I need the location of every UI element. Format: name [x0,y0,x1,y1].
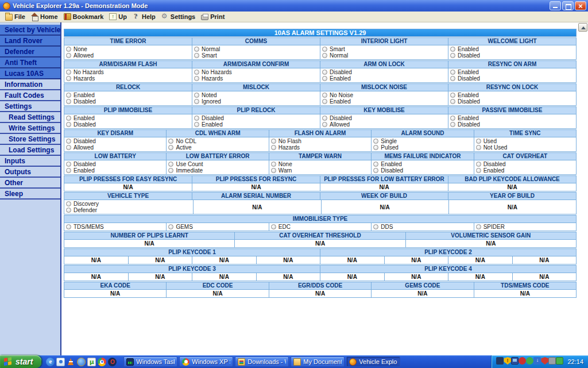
taskbar-button-vehicle-explorer[interactable]: Vehicle Explorer ... [346,356,400,367]
radio-button[interactable] [476,162,481,167]
toolbar-button-help[interactable]: Help [130,12,158,22]
radio-option-disabled[interactable]: Disabled [450,121,576,128]
radio-button[interactable] [66,201,71,206]
radio-button[interactable] [66,139,71,144]
radio-option-none[interactable]: None [66,46,192,52]
sidebar-item-sleep[interactable]: Sleep [0,189,60,200]
radio-option-dds[interactable]: DDS [373,224,393,230]
antivirus-tray-icon[interactable] [526,357,533,365]
radio-option-smart[interactable]: Smart [322,46,448,52]
radio-option-enabled[interactable]: Enabled [194,121,320,128]
toolbar-button-bookmark[interactable]: Bookmark [61,12,107,22]
vlc-icon[interactable] [67,358,75,366]
radio-button[interactable] [322,93,327,98]
sidebar-item-information[interactable]: Information [0,79,60,90]
firewall-tray-icon[interactable] [541,357,548,365]
radio-button[interactable] [322,47,327,52]
sidebar-item-inputs[interactable]: Inputs [0,156,60,167]
radio-option-warn[interactable]: Warn [271,167,371,174]
opera-icon[interactable] [108,358,117,366]
radio-button[interactable] [271,168,276,173]
radio-option-no-hazards[interactable]: No Hazards [66,69,192,75]
radio-button[interactable] [322,53,327,58]
radio-button[interactable] [450,122,455,127]
radio-option-noted[interactable]: Noted [194,92,320,98]
sidebar-item-store-settings[interactable]: Store Settings [0,134,60,145]
radio-option-allowed[interactable]: Allowed [322,121,448,128]
radio-button[interactable] [194,116,199,121]
radio-button[interactable] [322,116,327,121]
radio-option-no-noise[interactable]: No Noise [322,92,448,98]
sidebar-item-load-settings[interactable]: Load Settings [0,145,60,156]
radio-button[interactable] [66,162,71,167]
security-shield-tray-icon[interactable] [504,357,511,365]
radio-option-enabled[interactable]: Enabled [322,98,448,105]
radio-option-pulsed[interactable]: Pulsed [373,144,473,151]
radio-option-enabled[interactable]: Enabled [450,46,576,52]
radio-option-discovery[interactable]: Discovery [66,201,193,207]
taskbar-button-windows-xp-sni[interactable]: Windows XP Sni... [179,356,233,367]
radio-button[interactable] [66,93,71,98]
sidebar-item-land-rover[interactable]: Land Rover [0,36,60,47]
radio-option-enabled[interactable]: Enabled [373,161,473,167]
radio-option-single[interactable]: Single [373,138,473,144]
radio-button[interactable] [450,70,455,75]
sidebar-item-other[interactable]: Other [0,178,60,189]
radio-button[interactable] [194,47,199,52]
sidebar-item-read-settings[interactable]: Read Settings [0,112,60,123]
network-tray-icon[interactable] [519,357,526,365]
radio-option-enabled[interactable]: Enabled [476,167,576,174]
radio-button[interactable] [450,99,455,104]
radio-option-disabled[interactable]: Disabled [66,98,192,105]
radio-option-active[interactable]: Active [168,144,268,151]
radio-option-hazards[interactable]: Hazards [271,144,371,151]
toolbar-button-settings[interactable]: Settings [158,12,198,22]
radio-option-enabled[interactable]: Enabled [66,92,192,98]
taskbar-button-my-documents[interactable]: My Documents [291,356,345,367]
radio-button[interactable] [271,139,276,144]
radio-option-disabled[interactable]: Disabled [450,75,576,82]
radio-option-hazards[interactable]: Hazards [66,75,192,82]
chrome-icon[interactable] [98,358,106,366]
radio-button[interactable] [450,47,455,52]
radio-button[interactable] [476,224,481,229]
radio-button[interactable] [271,224,276,229]
radio-button[interactable] [66,116,71,121]
radio-option-defender[interactable]: Defender [66,207,193,213]
radio-option-disabled[interactable]: Disabled [373,167,473,174]
sidebar-item-fault-codes[interactable]: Fault Codes [0,90,60,101]
radio-button[interactable] [194,93,199,98]
radio-button[interactable] [66,208,71,213]
start-button[interactable]: start [0,355,41,368]
radio-option-disabled[interactable]: Disabled [194,115,320,121]
close-button[interactable] [575,1,586,10]
radio-button[interactable] [322,122,327,127]
radio-button[interactable] [168,168,173,173]
radio-button[interactable] [66,76,71,81]
device-tray-icon[interactable] [548,357,556,365]
radio-option-disabled[interactable]: Disabled [450,52,576,59]
radio-button[interactable] [66,168,71,173]
radio-button[interactable] [373,224,378,229]
toolbar-button-home[interactable]: Home [28,12,61,22]
radio-button[interactable] [450,76,455,81]
radio-option-disabled[interactable]: Disabled [322,115,448,121]
radio-button[interactable] [373,145,378,150]
minimize-button[interactable] [550,1,561,10]
radio-option-no-cdl[interactable]: No CDL [168,138,268,144]
radio-option-enabled[interactable]: Enabled [450,69,576,75]
sidebar-item-lucas-10as[interactable]: Lucas 10AS [0,68,60,79]
radio-button[interactable] [450,116,455,121]
radio-option-use-count[interactable]: Use Count [168,161,268,167]
radio-button[interactable] [66,47,71,52]
radio-option-enabled[interactable]: Enabled [66,115,192,121]
sidebar-item-settings[interactable]: Settings [0,101,60,112]
radio-option-not-used[interactable]: Not Used [476,144,576,151]
messenger-icon[interactable] [56,358,65,366]
radio-button[interactable] [450,93,455,98]
internet-explorer-icon[interactable] [46,358,55,366]
radio-option-no-flash[interactable]: No Flash [271,138,371,144]
radio-button[interactable] [194,70,199,75]
radio-option-normal[interactable]: Normal [322,52,448,59]
radio-option-none[interactable]: None [271,161,371,167]
